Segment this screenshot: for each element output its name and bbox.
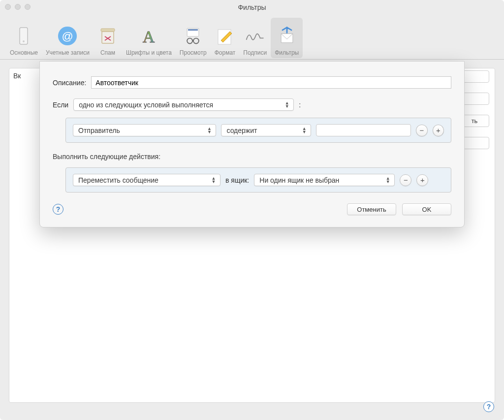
description-input[interactable] — [91, 76, 451, 89]
chevron-updown-icon: ▲▼ — [206, 127, 213, 134]
glasses-icon — [183, 26, 203, 46]
tab-label: Фильтры — [275, 49, 299, 56]
condition-op-combo[interactable]: содержит ▲▼ — [221, 124, 311, 136]
svg-point-11 — [187, 38, 192, 44]
tab-label: Подписи — [243, 49, 267, 56]
tab-signatures[interactable]: Подписи — [239, 18, 271, 58]
window-title: Фильтры — [5, 3, 499, 11]
partial-label: ть — [472, 117, 478, 125]
chevron-updown-icon: ▲▼ — [210, 177, 217, 184]
button-label: OK — [422, 206, 432, 213]
signature-icon — [245, 26, 265, 46]
tab-fonts[interactable]: A Шрифты и цвета — [122, 18, 176, 58]
tab-label: Учетные записи — [46, 49, 90, 56]
add-action-button[interactable]: + — [416, 174, 428, 186]
remove-condition-button[interactable]: − — [416, 125, 427, 136]
tab-rules[interactable]: Фильтры — [271, 18, 303, 58]
remove-action-button[interactable]: − — [400, 174, 411, 186]
tab-general[interactable]: Основные — [6, 18, 42, 58]
tab-accounts[interactable]: @ Учетные записи — [42, 18, 94, 58]
prefs-toolbar: Основные @ Учетные записи Спам A Шрифты … — [0, 14, 504, 60]
action-type-combo[interactable]: Переместить сообщение ▲▼ — [73, 174, 220, 186]
tab-label: Спам — [100, 49, 115, 56]
help-icon[interactable]: ? — [483, 401, 494, 412]
preferences-window: Фильтры Основные @ Учетные записи Спам A… — [0, 0, 504, 420]
close-icon[interactable] — [5, 4, 11, 10]
condition-field-combo[interactable]: Отправитель ▲▼ — [73, 124, 216, 136]
combo-value: Ни один ящик не выбран — [259, 176, 384, 184]
actions-heading: Выполнить следующие действия: — [53, 153, 451, 161]
general-icon — [13, 26, 34, 46]
description-label: Описание: — [53, 79, 86, 87]
trash-icon — [97, 26, 118, 46]
if-label: Если — [53, 101, 68, 109]
if-condition-combo[interactable]: одно из следующих условий выполняется ▲▼ — [73, 98, 294, 111]
action-mailbox-combo[interactable]: Ни один ящик не выбран ▲▼ — [254, 174, 395, 186]
tab-label: Шрифты и цвета — [126, 49, 172, 56]
tab-viewing[interactable]: Просмотр — [176, 18, 211, 58]
at-icon: @ — [57, 26, 78, 46]
rules-icon — [277, 26, 297, 46]
titlebar: Фильтры — [0, 0, 504, 14]
add-condition-button[interactable]: + — [433, 125, 444, 136]
tab-label: Формат — [215, 49, 236, 56]
svg-point-1 — [23, 40, 25, 42]
svg-rect-5 — [101, 29, 115, 32]
combo-value: Отправитель — [78, 127, 206, 134]
tab-label: Просмотр — [180, 49, 207, 56]
cancel-button[interactable]: Отменить — [347, 203, 396, 215]
combo-value: содержит — [226, 127, 301, 134]
button-label: Отменить — [357, 206, 386, 213]
rule-editor-sheet: Описание: Если одно из следующих условий… — [39, 61, 465, 227]
chevron-updown-icon: ▲▼ — [301, 127, 308, 134]
tab-label: Основные — [10, 49, 38, 56]
tab-junk[interactable]: Спам — [94, 18, 122, 58]
traffic-lights — [5, 4, 31, 10]
condition-value-input[interactable] — [316, 124, 411, 136]
to-mailbox-label: в ящик: — [225, 176, 249, 184]
svg-point-12 — [193, 38, 199, 44]
fonts-icon: A — [138, 26, 159, 46]
tab-composing[interactable]: Формат — [211, 18, 240, 58]
chevron-updown-icon: ▲▼ — [284, 101, 290, 108]
compose-icon — [215, 26, 235, 46]
svg-text:@: @ — [62, 30, 73, 42]
help-icon[interactable]: ? — [53, 204, 63, 215]
svg-rect-4 — [102, 32, 114, 43]
combo-value: одно из следующих условий выполняется — [79, 101, 284, 109]
svg-rect-10 — [188, 29, 198, 31]
combo-value: Переместить сообщение — [78, 176, 210, 184]
condition-row: Отправитель ▲▼ содержит ▲▼ − + — [65, 118, 451, 143]
rules-column-header: Вк — [13, 72, 21, 80]
colon: : — [299, 101, 301, 109]
action-row: Переместить сообщение ▲▼ в ящик: Ни один… — [65, 167, 451, 193]
ok-button[interactable]: OK — [402, 203, 451, 215]
minimize-icon[interactable] — [15, 4, 21, 10]
svg-text:A: A — [143, 28, 155, 46]
zoom-icon[interactable] — [25, 4, 31, 10]
chevron-updown-icon: ▲▼ — [384, 177, 391, 184]
